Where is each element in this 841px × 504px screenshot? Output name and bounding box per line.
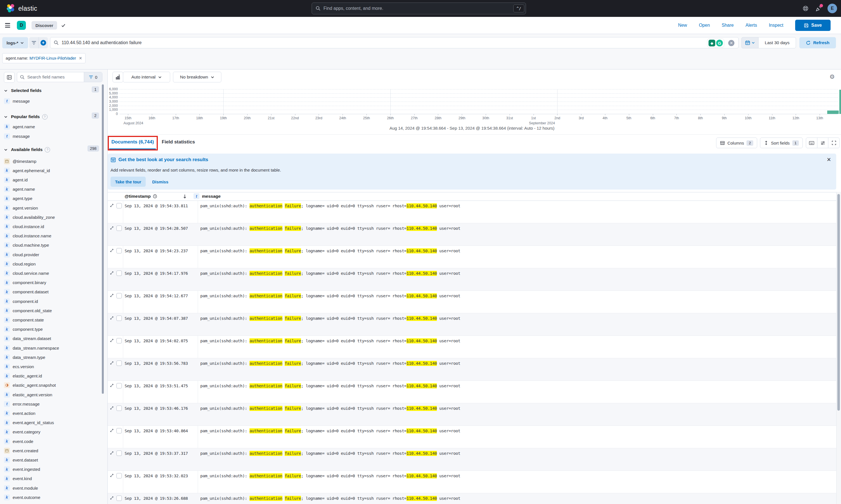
field-item-event.category[interactable]: kevent.category [0, 428, 107, 436]
row-checkbox[interactable] [117, 226, 122, 231]
field-search-input[interactable]: Search field names 0 [17, 72, 102, 82]
row-checkbox[interactable] [117, 316, 122, 321]
field-item-ecs.version[interactable]: kecs.version [0, 362, 107, 371]
field-item-component.id[interactable]: kcomponent.id [0, 297, 107, 305]
field-item-message[interactable]: tmessage [0, 97, 107, 105]
field-item-cloud.instance.name[interactable]: kcloud.instance.name [0, 232, 107, 240]
field-item-cloud.machine.type[interactable]: kcloud.machine.type [0, 241, 107, 250]
field-section-heading[interactable]: Popular fields?2 [0, 113, 107, 120]
filter-pill[interactable]: agent.name: MYDFIR-Linux-PilotVader ✕ [2, 53, 86, 63]
field-item-agent.name[interactable]: kagent.name [0, 122, 107, 131]
dismiss-button[interactable]: Dismiss [152, 179, 168, 184]
row-checkbox[interactable] [117, 203, 122, 209]
row-checkbox[interactable] [117, 271, 122, 276]
sort-fields-button[interactable]: Sort fields 1 [760, 138, 803, 148]
expand-row-icon[interactable] [110, 316, 114, 320]
browser-extension-icons[interactable]: ◆ G [707, 38, 724, 48]
time-range-display[interactable]: Last 30 days [758, 37, 796, 48]
tab-documents[interactable]: Documents (6,744) [111, 139, 154, 145]
field-item-agent.name[interactable]: kagent.name [0, 185, 107, 194]
expand-row-icon[interactable] [110, 271, 114, 275]
keyboard-shortcuts-button[interactable] [806, 138, 817, 148]
menu-icon[interactable] [5, 23, 10, 27]
field-item-cloud.provider[interactable]: kcloud.provider [0, 250, 107, 259]
expand-row-icon[interactable] [110, 406, 114, 410]
field-item-cloud.region[interactable]: kcloud.region [0, 259, 107, 268]
breadcrumb[interactable]: Discover [32, 21, 57, 30]
row-checkbox[interactable] [117, 293, 122, 299]
new-button[interactable]: New [678, 23, 687, 28]
space-badge[interactable]: D [17, 21, 26, 30]
clear-query-icon[interactable]: ✕ [728, 40, 734, 46]
remove-filter-icon[interactable]: ✕ [79, 56, 82, 60]
histogram-bar[interactable] [839, 90, 841, 114]
filter-menu-button[interactable] [29, 37, 39, 48]
row-checkbox[interactable] [117, 248, 122, 253]
row-checkbox[interactable] [117, 473, 122, 479]
expand-row-icon[interactable] [110, 203, 114, 208]
time-picker-calendar-button[interactable] [741, 37, 758, 48]
histogram-chart[interactable] [120, 89, 838, 114]
expand-row-icon[interactable] [110, 226, 114, 230]
field-item-component.old_state[interactable]: kcomponent.old_state [0, 306, 107, 315]
field-item-component.type[interactable]: kcomponent.type [0, 325, 107, 334]
row-checkbox[interactable] [117, 496, 122, 501]
tab-field-statistics[interactable]: Field statistics [162, 139, 195, 145]
field-item-@timestamp[interactable]: @timestamp [0, 157, 107, 165]
field-item-elastic_agent.version[interactable]: kelastic_agent.version [0, 390, 107, 399]
expand-row-icon[interactable] [110, 428, 114, 433]
field-item-agent.version[interactable]: kagent.version [0, 204, 107, 212]
field-item-cloud.instance.id[interactable]: kcloud.instance.id [0, 222, 107, 231]
take-the-tour-button[interactable]: Take the tour [110, 177, 146, 187]
field-item-message[interactable]: tmessage [0, 132, 107, 140]
message-column-header[interactable]: t message [194, 193, 220, 199]
field-item-cloud.availability_zone[interactable]: kcloud.availability_zone [0, 213, 107, 221]
expand-row-icon[interactable] [110, 293, 114, 298]
expand-row-icon[interactable] [110, 248, 114, 253]
field-item-event.ingested[interactable]: kevent.ingested [0, 465, 107, 474]
field-item-component.state[interactable]: kcomponent.state [0, 316, 107, 324]
expand-row-icon[interactable] [110, 383, 114, 388]
query-input[interactable]: 110.44.50.140 and authentication failure… [50, 37, 739, 48]
field-item-agent.type[interactable]: kagent.type [0, 194, 107, 203]
refresh-button[interactable]: Refresh [799, 37, 836, 48]
expand-row-icon[interactable] [110, 451, 114, 455]
save-button[interactable]: Save [795, 20, 830, 31]
grid-scrollbar-thumb[interactable] [837, 194, 840, 411]
field-item-data_stream.dataset[interactable]: kdata_stream.dataset [0, 335, 107, 343]
hide-chart-button[interactable] [112, 72, 123, 83]
expand-row-icon[interactable] [110, 473, 114, 478]
close-icon[interactable]: ✕ [827, 156, 831, 163]
row-checkbox[interactable] [117, 338, 122, 343]
add-filter-button[interactable]: + [39, 37, 48, 48]
chart-options-icon[interactable]: ⚙ [829, 73, 835, 80]
avatar[interactable]: E [827, 4, 837, 13]
histogram-bar[interactable] [827, 110, 839, 114]
field-item-elastic_agent.snapshot[interactable]: elastic_agent.snapshot [0, 381, 107, 390]
row-checkbox[interactable] [117, 383, 122, 389]
row-checkbox[interactable] [117, 451, 122, 456]
expand-row-icon[interactable] [110, 496, 114, 500]
field-item-elastic_agent.id[interactable]: kelastic_agent.id [0, 372, 107, 380]
field-item-event.code[interactable]: kevent.code [0, 437, 107, 446]
field-item-component.dataset[interactable]: kcomponent.dataset [0, 288, 107, 296]
global-search-input[interactable]: Find apps, content, and more. ^/ [312, 2, 526, 14]
grid-scrollbar[interactable] [836, 192, 841, 504]
inspect-button[interactable]: Inspect [769, 23, 783, 28]
field-item-event.module[interactable]: kevent.module [0, 484, 107, 492]
field-item-event.outcome[interactable]: kevent.outcome [0, 493, 107, 502]
columns-button[interactable]: Columns 2 [716, 138, 757, 148]
field-item-component.binary[interactable]: kcomponent.binary [0, 278, 107, 287]
field-filter-button[interactable]: 0 [84, 72, 102, 82]
field-item-event.agent_id_status[interactable]: kevent.agent_id_status [0, 418, 107, 427]
field-item-error.message[interactable]: terror.message [0, 400, 107, 408]
row-checkbox[interactable] [117, 361, 122, 366]
field-section-heading[interactable]: Selected fields1 [0, 87, 107, 94]
field-section-heading[interactable]: Available fields?298 [0, 146, 107, 153]
expand-row-icon[interactable] [110, 361, 114, 365]
fullscreen-button[interactable] [828, 138, 839, 148]
collapse-sidebar-button[interactable] [4, 72, 15, 83]
row-checkbox[interactable] [117, 428, 122, 433]
help-icon[interactable] [802, 5, 809, 12]
field-item-data_stream.type[interactable]: kdata_stream.type [0, 353, 107, 361]
